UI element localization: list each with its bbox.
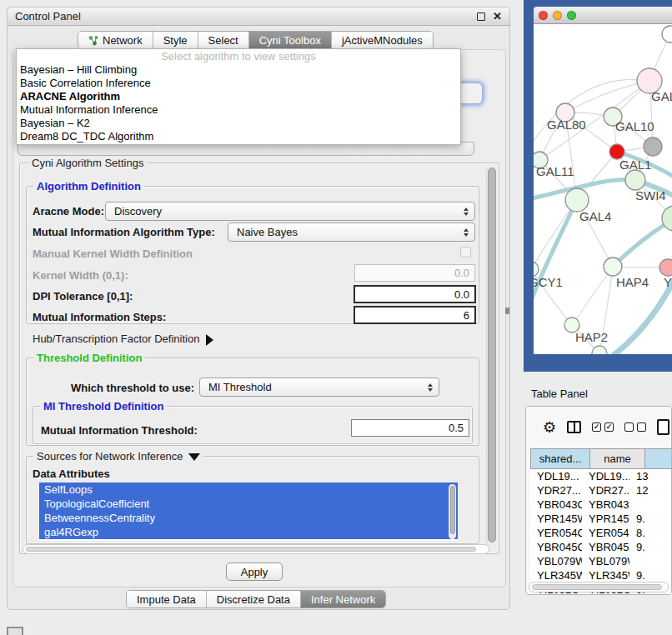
table-cell: YDR27... (582, 484, 629, 497)
settings-hscrollbar-thumb[interactable] (26, 547, 476, 552)
attribute-item-topologicalcoefficient[interactable]: TopologicalCoefficient (39, 497, 458, 511)
settings-group-title: Cyni Algorithm Settings (28, 157, 147, 169)
columns-icon[interactable] (567, 421, 581, 433)
dropdown-item-basic-correlation-inference[interactable]: Basic Correlation Inference (17, 77, 460, 90)
tab-select[interactable]: Select (198, 32, 249, 48)
apply-button-label: Apply (241, 566, 268, 578)
combo-stepper-icon (464, 228, 469, 237)
file-icon[interactable] (657, 419, 669, 435)
network-edge[interactable] (572, 267, 613, 325)
network-node[interactable] (604, 258, 622, 276)
dropdown-item-dream8-dc-tdc-algorithm[interactable]: Dream8 DC_TDC Algorithm (17, 130, 460, 143)
apply-button[interactable]: Apply (226, 562, 283, 581)
table-horizontal-scrollbar[interactable] (529, 582, 669, 592)
node-label-gal4: GAL4 (579, 209, 611, 223)
column-header-partial[interactable] (645, 448, 672, 469)
bottom-left-partial-icon[interactable] (7, 627, 23, 635)
attribute-item-selfloops[interactable]: SelfLoops (39, 482, 458, 497)
panel-divider-handle[interactable] (505, 308, 509, 314)
network-window-titlebar[interactable] (534, 7, 672, 24)
table-cell: 9. (629, 541, 672, 553)
network-edge[interactable] (534, 200, 577, 312)
tab-style[interactable]: Style (153, 32, 198, 48)
column-header-name[interactable]: name (590, 448, 645, 469)
tab-cyni-toolbox-label: Cyni Toolbox (259, 34, 321, 47)
kernel-width-value: 0.0 (454, 267, 469, 279)
tab-cyni-toolbox[interactable]: Cyni Toolbox (249, 32, 332, 48)
tab-network[interactable]: Network (78, 32, 153, 48)
table-row[interactable]: YLR345WYLR345W9. (530, 568, 672, 582)
manual-kernel-width-checkbox[interactable] (460, 247, 471, 258)
kernel-width-label: Kernel Width (0,1): (33, 269, 128, 282)
column-header-shared[interactable]: shared... (530, 448, 590, 469)
network-node[interactable] (565, 188, 589, 212)
table-cell: 13 (629, 470, 672, 482)
network-node[interactable] (644, 138, 662, 156)
table-row[interactable]: YDR27...YDR27...12 (530, 483, 672, 498)
dropdown-item-aracne-algorithm[interactable]: ARACNE Algorithm (17, 90, 460, 103)
focused-combo-fragment[interactable] (458, 82, 483, 104)
dropdown-item-bayesian-k2[interactable]: Bayesian – K2 (17, 117, 460, 130)
tab-jactivemnodules[interactable]: jActiveMNodules (332, 32, 433, 48)
dropdown-item-mutual-information-inference[interactable]: Mutual Information Inference (17, 103, 460, 117)
tab-infer-network[interactable]: Infer Network (301, 591, 385, 608)
network-edge[interactable] (613, 218, 672, 267)
table-cell: YDR27... (530, 484, 582, 497)
network-node[interactable] (662, 26, 672, 42)
table-row[interactable]: YBR043CYBR043C (530, 498, 672, 512)
expander-down-icon[interactable] (188, 453, 200, 461)
table-row[interactable]: YER054CYER054C8. (530, 526, 672, 540)
data-attributes-list: SelfLoopsTopologicalCoefficientBetweenne… (39, 482, 458, 541)
mi-algorithm-type-value: Naive Bayes (237, 226, 298, 238)
tab-select-label: Select (208, 34, 238, 47)
close-window-icon[interactable]: ✕ (493, 12, 502, 21)
attributes-list-scrollbar[interactable] (449, 484, 456, 539)
zoom-traffic-light[interactable] (567, 11, 576, 20)
attributes-scrollbar-thumb[interactable] (450, 486, 455, 534)
combo-stepper-icon (464, 208, 469, 216)
table-toolbar: ⚙ ✓✓ (526, 407, 671, 448)
control-panel-titlebar: Control Panel ✕ (8, 8, 509, 26)
table-row[interactable]: YBL079WYBL079W (530, 554, 672, 568)
window-buttons: ✕ (477, 12, 502, 21)
settings-horizontal-scrollbar[interactable] (23, 544, 489, 554)
table-cell: YLR345W (530, 569, 582, 582)
which-threshold-combo[interactable]: MI Threshold (199, 378, 439, 397)
combo-stepper-icon (428, 383, 433, 392)
table-panel: ⚙ ✓✓ shared...name YDL19...YDL19...13YDR… (525, 406, 672, 595)
mi-algorithm-type-combo[interactable]: Naive Bayes (228, 222, 475, 242)
table-row[interactable]: YPR145WYPR145W9. (530, 512, 672, 526)
settings-scrollbar-thumb[interactable] (488, 168, 496, 542)
network-node[interactable] (625, 170, 645, 190)
minimize-traffic-light[interactable] (553, 11, 562, 20)
settings-vertical-scrollbar[interactable] (486, 166, 497, 551)
dpi-tolerance-field[interactable]: 0.0 (354, 285, 476, 303)
tab-impute-data[interactable]: Impute Data (127, 591, 207, 608)
table-cell: YBR043C (530, 498, 582, 511)
select-all-icon[interactable]: ✓✓ (592, 422, 614, 432)
mi-steps-field[interactable]: 6 (354, 306, 476, 324)
hub-expander[interactable]: Hub/Transcription Factor Definition (33, 332, 213, 346)
attribute-item-gal4rgexp[interactable]: gal4RGexp (39, 525, 458, 539)
aracne-mode-combo[interactable]: Discovery (105, 202, 475, 221)
node-label-gal: GAL (651, 89, 672, 103)
mi-threshold-field[interactable]: 0.5 (351, 419, 469, 437)
gear-icon[interactable]: ⚙ (543, 420, 556, 435)
table-cell: 8. (629, 527, 672, 539)
attribute-item-betweennesscentrality[interactable]: BetweennessCentrality (39, 511, 458, 525)
network-canvas[interactable]: GALGAL80GAL10GAL1GAL11SWI4GAL4GCY1HAP4YH… (534, 24, 672, 354)
network-node[interactable] (659, 259, 672, 276)
table-cell: YBR045C (530, 541, 582, 553)
control-panel-tabs: NetworkStyleSelectCyni ToolboxjActiveMNo… (78, 31, 434, 49)
table-row[interactable]: YBR045CYBR045C9. (530, 540, 672, 554)
kernel-width-field[interactable]: 0.0 (354, 264, 475, 282)
float-window-icon[interactable] (477, 12, 485, 21)
deselect-all-icon[interactable] (624, 422, 646, 432)
table-hscrollbar-thumb[interactable] (532, 584, 662, 590)
sources-title: Sources for Network Inference (33, 450, 203, 462)
table-row[interactable]: YDL19...YDL19...13 (530, 469, 672, 483)
tab-discretize-data[interactable]: Discretize Data (207, 591, 301, 608)
close-traffic-light[interactable] (539, 11, 548, 20)
tab-jactivemnodules-label: jActiveMNodules (342, 34, 423, 47)
dropdown-item-bayesian-hill-climbing[interactable]: Bayesian – Hill Climbing (17, 63, 460, 77)
